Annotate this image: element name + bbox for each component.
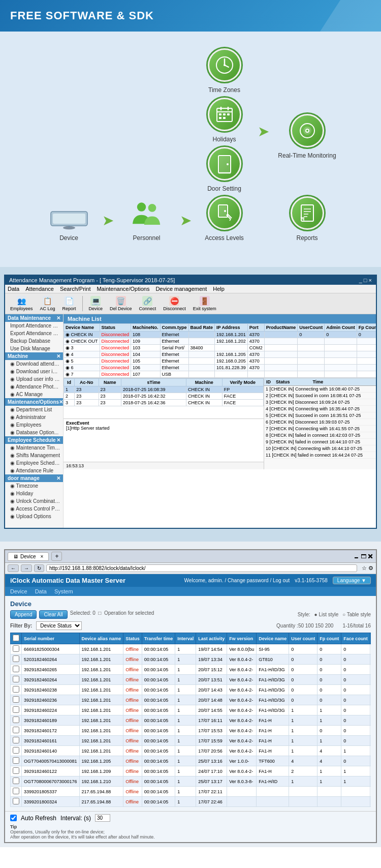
dev-check[interactable]: [11, 736, 22, 746]
device-row[interactable]: 3929182460236 192.168.1.201 Offline 00:0…: [11, 695, 371, 705]
sidebar-section-maintenance[interactable]: Maintenance/Options✕: [5, 398, 63, 406]
toolbar-del-device[interactable]: 🗑️ Del Device: [107, 295, 135, 312]
sidebar-disk-manage[interactable]: Use Disk Manage: [5, 345, 63, 352]
browser-tab-device[interactable]: 🖥 Device ×: [8, 552, 49, 561]
device-row[interactable]: 3929182460265 192.168.1.201 Offline 00:0…: [11, 665, 371, 675]
toolbar-aclog[interactable]: 📋 AC Log: [38, 295, 58, 312]
dev-check[interactable]: [11, 797, 22, 807]
dev-check[interactable]: [11, 766, 22, 776]
menu-data[interactable]: Data: [8, 286, 19, 292]
sidebar-section-machine[interactable]: Machine✕: [5, 352, 63, 360]
device-row[interactable]: 5203182460264 192.168.1.201 Offline 00:0…: [11, 654, 371, 665]
sidebar-dept-list[interactable]: ◉ Department List: [5, 406, 63, 413]
device-row[interactable]: 3399201805337 217.65.194.88 Offline 00:0…: [11, 787, 371, 797]
select-all-checkbox[interactable]: [13, 635, 19, 641]
sidebar-maintenance-timetables[interactable]: ◉ Maintenance Timetables: [5, 444, 63, 452]
sidebar-timezone[interactable]: ◉ Timezone: [5, 482, 63, 490]
toolbar-device[interactable]: 💻 Device: [86, 295, 106, 312]
machine-row[interactable]: ◉ 3 Disconnected 103 Serial Port/ 38400 …: [64, 345, 376, 351]
sidebar-section-data-maintenance[interactable]: Data Maintenance✕: [5, 314, 63, 322]
browser-settings-icon[interactable]: ⚙: [368, 565, 373, 572]
menu-maintenance[interactable]: Maintenance/Options: [97, 286, 149, 292]
dev-check[interactable]: [11, 776, 22, 787]
menu-attendance[interactable]: Attendance: [25, 286, 54, 292]
device-row[interactable]: 3929182460122 192.168.1.209 Offline 00:0…: [11, 766, 371, 776]
browser-star-icon[interactable]: ☆: [362, 565, 367, 572]
dev-check[interactable]: [11, 787, 22, 797]
toolbar-disconnect[interactable]: ⛔ Disconnect: [161, 295, 188, 312]
sidebar-photo-management[interactable]: ◉ Attendance Photo Management: [5, 383, 63, 391]
nav-system[interactable]: System: [54, 588, 73, 594]
dev-check[interactable]: [11, 705, 22, 715]
dev-check[interactable]: [11, 675, 22, 685]
append-btn[interactable]: Append: [10, 610, 37, 619]
machine-row[interactable]: ◉ CHECK OUT Disconnected 109 Ethernet 19…: [64, 338, 376, 345]
interval-input[interactable]: [95, 814, 110, 822]
dev-check[interactable]: [11, 685, 22, 695]
sidebar-db-option[interactable]: ◉ Database Option...: [5, 429, 63, 436]
device-row[interactable]: 3929182460264 192.168.1.201 Offline 00:0…: [11, 675, 371, 685]
filter-select[interactable]: Device Status: [36, 621, 82, 630]
sidebar-download-logs[interactable]: ◉ Download attendance logs: [5, 360, 63, 368]
sidebar-export-attendance[interactable]: Export Attendance Checking Data: [5, 330, 63, 337]
language-btn[interactable]: Language ▼: [333, 577, 371, 584]
browser-maximize[interactable]: 🗖: [361, 553, 366, 559]
device-row[interactable]: 3929182460161 192.168.1.201 Offline 00:0…: [11, 736, 371, 746]
browser-new-tab-btn[interactable]: +: [51, 552, 62, 561]
device-row[interactable]: 3929182460172 192.168.1.201 Offline 00:0…: [11, 726, 371, 736]
machine-row[interactable]: ◉ 5 Disconnected 105 Ethernet 192.168.0.…: [64, 358, 376, 365]
device-row[interactable]: OGT70800067073000176 192.168.1.210 Offli…: [11, 776, 371, 787]
browser-refresh-btn[interactable]: ↻: [34, 564, 44, 572]
dev-check[interactable]: [11, 756, 22, 766]
machine-row[interactable]: ◉ 6 Disconnected 106 Ethernet 101.81.228…: [64, 365, 376, 371]
sidebar-ac-manage[interactable]: ◉ AC Manage: [5, 391, 63, 398]
sidebar-section-door-manage[interactable]: door manage✕: [5, 474, 63, 482]
machine-row[interactable]: ◉ 7 Disconnected 107 USB 3204: [64, 371, 376, 378]
device-row[interactable]: 3929182460238 192.168.1.201 Offline 00:0…: [11, 685, 371, 695]
menu-help[interactable]: Help: [213, 286, 225, 292]
browser-minimize[interactable]: 🗕: [354, 553, 359, 559]
auto-refresh-checkbox[interactable]: [10, 815, 17, 821]
browser-close[interactable]: 🗙: [368, 553, 373, 559]
sidebar-upload-userinfo[interactable]: ◉ Upload user info and FP: [5, 375, 63, 383]
log-row[interactable]: 1 23 23 2018-07-25 16:08:39 CHECK IN FP: [64, 386, 264, 393]
device-row[interactable]: 3929182460189 192.168.1.201 Offline 00:0…: [11, 715, 371, 726]
clear-all-btn[interactable]: Clear All: [39, 610, 67, 619]
nav-data[interactable]: Data: [35, 588, 47, 594]
device-row[interactable]: 3399201800324 217.65.194.88 Offline 00:0…: [11, 797, 371, 807]
sidebar-shifts-mgmt[interactable]: ◉ Shifts Management: [5, 452, 63, 459]
browser-url-bar[interactable]: [46, 564, 357, 572]
dev-check[interactable]: [11, 715, 22, 726]
sidebar-access-privilege[interactable]: ◉ Access Control Privilege: [5, 505, 63, 513]
device-row[interactable]: 3929182460140 192.168.1.201 Offline 00:0…: [11, 746, 371, 756]
nav-device[interactable]: Device: [10, 588, 27, 594]
dev-check[interactable]: [11, 644, 22, 654]
dev-check[interactable]: [11, 746, 22, 756]
dev-check[interactable]: [11, 654, 22, 665]
toolbar-report[interactable]: 📄 Report: [60, 295, 79, 312]
sidebar-unlock-combo[interactable]: ◉ Unlock Combination: [5, 497, 63, 505]
device-row[interactable]: 3929182460224 192.168.1.201 Offline 00:0…: [11, 705, 371, 715]
machine-row[interactable]: ◉ CHECK IN Disconnected 108 Ethernet 192…: [64, 332, 376, 338]
sidebar-attendance-rule[interactable]: ◉ Attendance Rule: [5, 467, 63, 474]
toolbar-connect[interactable]: 🔗 Connect: [137, 295, 159, 312]
device-row[interactable]: OGT70400570413000081 192.168.1.205 Offli…: [11, 756, 371, 766]
sidebar-upload-options[interactable]: ◉ Upload Options: [5, 513, 63, 520]
browser-forward-btn[interactable]: →: [21, 564, 32, 572]
tab-close-btn[interactable]: ×: [41, 554, 44, 559]
toolbar-employees[interactable]: 👥 Employees: [8, 295, 36, 312]
log-row[interactable]: 2 23 23 2018-07-25 16:42:32 CHECK IN FAC…: [64, 393, 264, 400]
device-row[interactable]: 66691825000304 192.168.1.201 Offline 00:…: [11, 644, 371, 654]
sidebar-import-attendance[interactable]: Import Attendance Checking Data: [5, 322, 63, 330]
sidebar-employees[interactable]: ◉ Employees: [5, 421, 63, 429]
machine-row[interactable]: ◉ 4 Disconnected 104 Ethernet 192.168.1.…: [64, 351, 376, 358]
sidebar-section-employee-schedule[interactable]: Employee Schedule✕: [5, 436, 63, 444]
menu-search[interactable]: Search/Print: [60, 286, 91, 292]
browser-back-btn[interactable]: ←: [8, 564, 19, 572]
dev-check[interactable]: [11, 665, 22, 675]
log-row[interactable]: 3 23 23 2018-07-25 16:42:36 CHECK IN FAC…: [64, 400, 264, 406]
sidebar-holiday[interactable]: ◉ Holiday: [5, 490, 63, 497]
dev-check[interactable]: [11, 695, 22, 705]
sidebar-backup-db[interactable]: Backup Database: [5, 337, 63, 345]
sidebar-download-userinfo[interactable]: ◉ Download user info and Fp: [5, 368, 63, 375]
